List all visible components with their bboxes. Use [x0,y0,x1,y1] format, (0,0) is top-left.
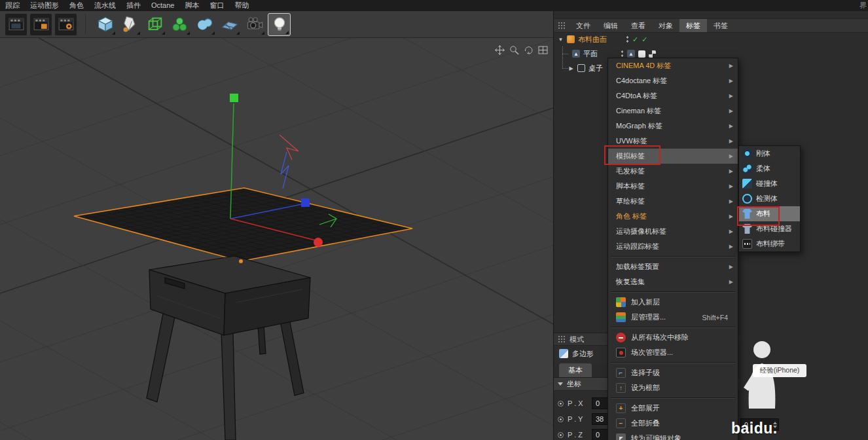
om-menu-view[interactable]: 查看 [624,19,652,32]
zoom-view-button[interactable] [508,45,520,55]
visibility-dots-icon[interactable] [621,50,624,58]
rotation-value: 0 ° [744,421,753,429]
set-as-root-icon: ↑ [616,383,626,393]
cm-item-character-tags[interactable]: 角色 标签▶ [608,209,738,224]
keyframe-circle-icon[interactable] [558,401,564,407]
submenu-arrow-icon: ▶ [729,123,733,129]
om-menu-tags[interactable]: 标签 [679,19,707,32]
table-object[interactable] [147,256,310,440]
render-settings-icon [58,16,75,33]
cm-item-cinema4d-tags[interactable]: CINEMA 4D 标签▶ [608,58,738,73]
metaball-button[interactable] [193,13,216,36]
cm-item-c4doctane-tags[interactable]: C4doctane 标签▶ [608,73,738,88]
cm-item-make-editable[interactable]: 转为可编辑对象 [608,431,738,440]
object-row-table[interactable]: ▶ 桌子 [568,61,603,75]
toggle-views-button[interactable] [537,45,549,55]
mode-menu[interactable]: 模式 [570,335,584,344]
menu-item-plugins[interactable]: 插件 [121,0,146,11]
cm-item-unfold-all[interactable]: +全部展开 [608,401,738,416]
cm-item-simulation-tags[interactable]: 模拟标签▶ [608,149,738,164]
plane-object-icon: ▲ [572,50,580,58]
menu-item-help[interactable]: 帮助 [229,0,254,11]
object-row-cloth-surface[interactable]: ▼ 布料曲面 ✓ ✓ [558,32,647,46]
cloth-belt-icon [742,239,752,249]
menu-item-track[interactable]: 跟踪 [0,0,25,11]
cm-item-motion-camera-tags[interactable]: 运动摄像机标签▶ [608,224,738,239]
light-button[interactable] [268,13,291,36]
cm-item-script-tags[interactable]: 脚本标签▶ [608,179,738,194]
sm-item-collider-body[interactable]: 碰撞体 [739,176,800,191]
selection-tag-icon[interactable] [638,50,645,58]
menu-item-character[interactable]: 角色 [64,0,89,11]
table-object-icon [577,64,585,72]
enabled-check-icon[interactable]: ✓ [632,36,638,43]
submenu-arrow-icon: ▶ [729,63,733,69]
visibility-dots-icon[interactable] [626,35,629,43]
sm-item-soft-body[interactable]: 柔体 [739,161,800,176]
edit-render-settings-button[interactable] [54,13,77,36]
menu-item-octane[interactable]: Octane [146,0,179,11]
panel-grip-handle[interactable] [558,22,566,29]
camera-button[interactable] [243,13,266,36]
cm-item-load-tag-preset[interactable]: 加载标签预置▶ [608,259,738,274]
mograph-cloner-button[interactable] [168,13,191,36]
cm-item-layer-manager[interactable]: 层管理器...Shift+F4 [608,310,738,325]
om-menu-objects[interactable]: 对象 [652,19,679,32]
submenu-arrow-icon: ▶ [729,213,733,219]
tab-basic[interactable]: 基本 [559,363,592,377]
sm-item-cloth-collider[interactable]: 布料碰撞器 [739,221,800,236]
floor-button[interactable] [218,13,241,36]
subdivision-surface-button[interactable] [143,13,166,36]
value-stepper[interactable] [773,420,777,430]
enabled-check-icon[interactable]: ✓ [642,36,647,43]
sm-item-cloth-belt[interactable]: 布料绑带 [739,236,800,251]
menu-item-window[interactable]: 窗口 [204,0,229,11]
pan-view-button[interactable] [494,45,506,55]
cm-item-restore-selection[interactable]: 恢复选集▶ [608,274,738,289]
cm-item-motion-tracker-tags[interactable]: 运动跟踪标签▶ [608,239,738,254]
cm-item-select-children[interactable]: ⌐选择子级 [608,365,738,380]
texture-tag-icon[interactable] [649,50,656,58]
tree-guide-stub [562,68,568,69]
cm-item-fold-all[interactable]: −全部折叠 [608,416,738,431]
viewport-3d[interactable] [0,38,553,440]
sm-item-cloth[interactable]: 布料 [739,206,800,221]
keyframe-circle-icon[interactable] [558,416,564,422]
cube-primitive-button[interactable] [94,13,117,36]
select-children-icon: ⌐ [616,368,626,378]
cm-item-hair-tags[interactable]: 毛发标签▶ [608,164,738,179]
expander-icon[interactable]: ▶ [568,65,574,71]
om-menu-edit[interactable]: 编辑 [597,19,624,32]
om-menu-file[interactable]: 文件 [570,19,597,32]
menu-item-motion-graphics[interactable]: 运动图形 [25,0,64,11]
render-to-picture-viewer-button[interactable] [29,13,52,36]
cm-item-add-to-new-layer[interactable]: 加入新层 [608,295,738,310]
simulation-tags-submenu: 刚体 柔体 碰撞体 检测体 布料 布料碰撞器 布料绑带 [738,145,801,252]
cloth-plane-object[interactable] [74,188,412,261]
rotation-value-field[interactable]: 0 ° [740,418,779,431]
menu-item-pipeline[interactable]: 流水线 [89,0,121,11]
om-menu-bookmarks[interactable]: 书签 [707,19,734,32]
render-view-button[interactable] [5,13,27,36]
cm-item-mograph-tags[interactable]: MoGraph 标签▶ [608,119,738,134]
spline-pen-button[interactable] [118,13,141,36]
sm-item-rigid-body[interactable]: 刚体 [739,146,800,161]
cm-item-cineman-tags[interactable]: Cineman 标签▶ [608,103,738,119]
rotate-view-button[interactable] [522,45,535,55]
polygon-object-icon [559,349,568,358]
sm-item-ghost-body[interactable]: 检测体 [739,191,800,206]
cm-item-take-manager[interactable]: 场次管理器... [608,345,738,360]
cm-item-remove-from-all-takes[interactable]: 从所有场次中移除 [608,330,738,345]
submenu-arrow-icon: ▶ [729,153,733,159]
cm-item-c4dtoa-tags[interactable]: C4DtoA 标签▶ [608,88,738,103]
menu-item-script[interactable]: 脚本 [179,0,204,11]
polygon-tag-icon[interactable]: ▲ [627,50,635,58]
rigid-body-icon [742,149,752,158]
cm-item-sketch-tags[interactable]: 草绘标签▶ [608,194,738,209]
expander-icon[interactable]: ▼ [558,37,564,43]
panel-grip-handle[interactable] [558,335,566,343]
cm-item-set-as-root[interactable]: ↑设为根部 [608,380,738,395]
cm-item-uvw-tags[interactable]: UVW标签▶ [608,134,738,149]
object-name: 平面 [583,49,598,59]
keyframe-circle-icon[interactable] [558,432,564,438]
